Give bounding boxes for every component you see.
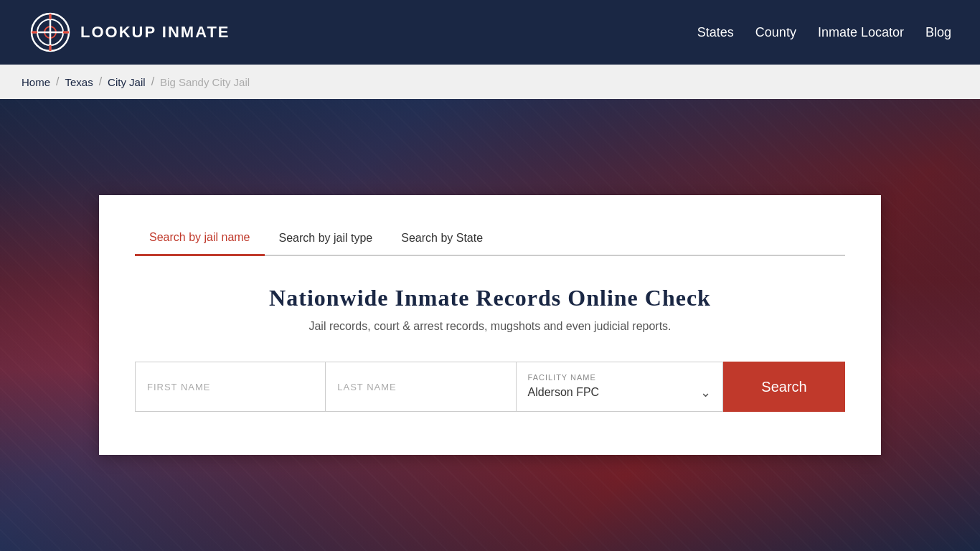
tab-jail-name[interactable]: Search by jail name — [135, 224, 265, 256]
inmate-locator-link[interactable]: Inmate Locator — [818, 25, 904, 40]
chevron-down-icon: ⌄ — [700, 385, 711, 400]
facility-value: Alderson FPC — [528, 386, 600, 399]
facility-select[interactable]: FACILITY NAME Alderson FPC ⌄ — [517, 362, 723, 412]
logo-icon — [29, 11, 72, 54]
logo-area[interactable]: LOOKUP INMATE — [29, 11, 230, 54]
blog-link[interactable]: Blog — [925, 25, 951, 40]
search-card: Search by jail name Search by jail type … — [99, 195, 881, 455]
hero-section: Search by jail name Search by jail type … — [0, 99, 980, 551]
search-row: FACILITY NAME Alderson FPC ⌄ Search — [135, 362, 845, 412]
breadcrumb-sep-1: / — [56, 75, 59, 88]
facility-label: FACILITY NAME — [528, 373, 711, 382]
breadcrumb-city-jail[interactable]: City Jail — [108, 76, 146, 88]
breadcrumb-home[interactable]: Home — [22, 76, 50, 88]
tab-jail-type[interactable]: Search by jail type — [265, 224, 387, 255]
logo-text: LOOKUP INMATE — [80, 23, 230, 42]
breadcrumb-current: Big Sandy City Jail — [160, 76, 250, 88]
navbar: LOOKUP INMATE States County Inmate Locat… — [0, 0, 980, 65]
nav-links: States County Inmate Locator Blog — [697, 25, 951, 40]
search-tabs: Search by jail name Search by jail type … — [135, 224, 845, 256]
first-name-input[interactable] — [135, 362, 326, 412]
states-link[interactable]: States — [697, 25, 734, 40]
facility-value-row: Alderson FPC ⌄ — [528, 385, 711, 400]
card-subtitle: Jail records, court & arrest records, mu… — [135, 320, 845, 333]
breadcrumb-sep-2: / — [99, 75, 102, 88]
county-link[interactable]: County — [755, 25, 796, 40]
search-button[interactable]: Search — [723, 362, 845, 412]
breadcrumb-sep-3: / — [151, 75, 154, 88]
card-title: Nationwide Inmate Records Online Check — [135, 285, 845, 311]
last-name-input[interactable] — [326, 362, 516, 412]
tab-state[interactable]: Search by State — [387, 224, 497, 255]
breadcrumb: Home / Texas / City Jail / Big Sandy Cit… — [0, 65, 980, 99]
breadcrumb-texas[interactable]: Texas — [65, 76, 93, 88]
